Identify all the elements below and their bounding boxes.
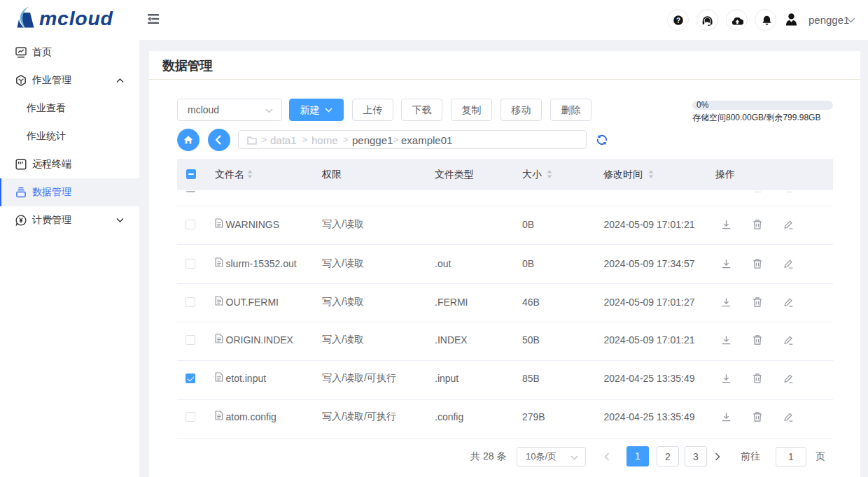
- svg-text:?: ?: [676, 16, 680, 24]
- svg-text:mcloud: mcloud: [39, 7, 113, 29]
